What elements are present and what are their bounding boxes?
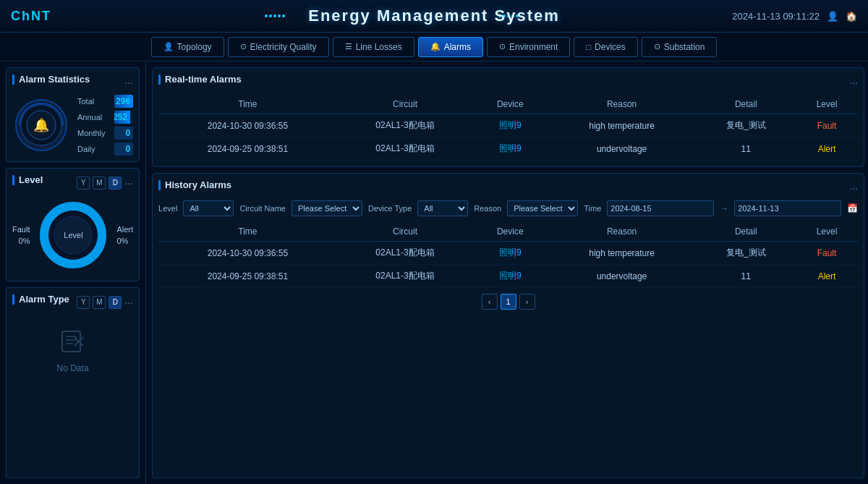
level-donut: Level bbox=[37, 199, 109, 271]
nav-label-devices: Devices bbox=[595, 42, 626, 52]
filter-time-from[interactable] bbox=[607, 200, 714, 216]
filter-level-select[interactable]: All bbox=[183, 200, 234, 216]
history-table-header-row: Time Circuit Device Reason Detail Level bbox=[158, 222, 858, 242]
daily-bar: 0 bbox=[114, 143, 133, 156]
col-time-rt: Time bbox=[158, 95, 337, 114]
page-next-btn[interactable]: › bbox=[519, 294, 535, 310]
level-content: Fault 0% Level Alert bbox=[12, 195, 133, 275]
filter-circuit-select[interactable]: Please Select bbox=[292, 200, 362, 216]
main-content: Alarm Statistics ··· 🔔 bbox=[0, 61, 868, 484]
logo: ChNT bbox=[11, 9, 51, 24]
rt-row2-circuit: 02AL1-3配电箱 bbox=[337, 137, 474, 161]
nav-label-alarms: Alarms bbox=[444, 42, 471, 52]
fault-pct: 0% bbox=[19, 237, 30, 245]
hist-row2-detail: 11 bbox=[697, 265, 796, 288]
filter-device-label: Device Type bbox=[368, 204, 412, 213]
filter-time-to[interactable] bbox=[734, 200, 841, 216]
left-panel: Alarm Statistics ··· 🔔 bbox=[0, 61, 146, 484]
realtime-alarms-title: Real-time Alarms bbox=[158, 74, 242, 85]
history-more[interactable]: ··· bbox=[850, 182, 859, 194]
filter-time-label: Time bbox=[584, 204, 601, 213]
hist-row1-circuit: 02AL1-3配电箱 bbox=[337, 242, 474, 265]
alarm-type-controls: Y M D ··· bbox=[77, 296, 133, 309]
col-device-hist: Device bbox=[473, 222, 547, 242]
rt-row2-detail: 11 bbox=[697, 137, 796, 161]
alarm-type-header: Alarm Type Y M D ··· bbox=[12, 294, 133, 310]
alarm-type-period-y[interactable]: Y bbox=[77, 296, 90, 309]
filter-level-label: Level bbox=[158, 204, 177, 213]
alarms-icon: 🔔 bbox=[430, 42, 441, 51]
alarm-type-period-m[interactable]: M bbox=[93, 296, 106, 309]
daily-stat-row: Daily 0 bbox=[77, 143, 133, 156]
realtime-alarms-header: Real-time Alarms ··· bbox=[158, 74, 858, 90]
filter-reason-label: Reason bbox=[474, 204, 501, 213]
alarm-statistics-more[interactable]: ··· bbox=[124, 77, 133, 88]
level-controls: Y M D ··· bbox=[77, 177, 133, 190]
col-level-hist: Level bbox=[796, 222, 859, 242]
hist-row1-level: Fault bbox=[796, 242, 859, 265]
monthly-stat-row: Monthly 0 bbox=[77, 127, 133, 140]
hist-row1-device[interactable]: 照明9 bbox=[473, 242, 547, 265]
nav-item-environment[interactable]: ⊙ Environment bbox=[487, 37, 570, 57]
pagination: ‹ 1 › bbox=[158, 294, 858, 310]
level-period-m[interactable]: M bbox=[93, 177, 106, 190]
total-label: Total bbox=[77, 97, 110, 106]
level-period-d[interactable]: D bbox=[109, 177, 122, 190]
realtime-table-header-row: Time Circuit Device Reason Detail Level bbox=[158, 95, 858, 114]
page-1-btn[interactable]: 1 bbox=[501, 294, 516, 310]
nav-item-topology[interactable]: 👤 Topology bbox=[151, 37, 224, 57]
col-reason-rt: Reason bbox=[547, 95, 697, 114]
history-alarms-section: History Alarms ··· Level All Circuit Nam… bbox=[152, 173, 864, 478]
nav-item-line-losses[interactable]: ☰ Line Losses bbox=[333, 37, 414, 57]
hist-row2-level: Alert bbox=[796, 265, 859, 288]
nav-label-electricity: Electricity Quality bbox=[250, 42, 317, 52]
alarm-statistics-title: Alarm Statistics bbox=[12, 74, 90, 85]
nav-item-electricity-quality[interactable]: ⊙ Electricity Quality bbox=[228, 37, 329, 57]
filter-reason-select[interactable]: Please Select bbox=[507, 200, 578, 216]
page-prev-btn[interactable]: ‹ bbox=[482, 294, 498, 310]
alarm-type-title: Alarm Type bbox=[12, 294, 69, 305]
rt-row1-time: 2024-10-30 09:36:55 bbox=[158, 114, 337, 137]
level-more[interactable]: ··· bbox=[124, 177, 133, 189]
total-stat-row: Total 296 bbox=[77, 95, 133, 108]
devices-icon: □ bbox=[586, 43, 591, 51]
svg-rect-9 bbox=[62, 331, 80, 352]
rt-row1-device[interactable]: 照明9 bbox=[473, 114, 547, 137]
alarm-statistics-header: Alarm Statistics ··· bbox=[12, 74, 133, 90]
header: ChNT Energy Management System 2024-11-13… bbox=[0, 0, 868, 33]
svg-text:🔔: 🔔 bbox=[33, 117, 50, 133]
nav-label-topology: Topology bbox=[177, 42, 212, 52]
alarm-type-period-d[interactable]: D bbox=[109, 296, 122, 309]
nav-item-substation[interactable]: ⊙ Substation bbox=[642, 37, 718, 57]
navigation: 👤 Topology ⊙ Electricity Quality ☰ Line … bbox=[0, 33, 868, 61]
filter-row: Level All Circuit Name Please Select Dev… bbox=[158, 200, 858, 216]
rt-row1-level: Fault bbox=[796, 114, 859, 137]
col-device-rt: Device bbox=[473, 95, 547, 114]
realtime-more[interactable]: ··· bbox=[850, 77, 859, 88]
alarm-type-section: Alarm Type Y M D ··· bbox=[6, 287, 140, 478]
annual-label: Annual bbox=[77, 113, 110, 122]
home-icon[interactable]: 🏠 bbox=[846, 11, 857, 22]
filter-circuit-label: Circuit Name bbox=[239, 204, 286, 213]
rt-row1-reason: high temperature bbox=[547, 114, 697, 137]
filter-device-select[interactable]: All bbox=[417, 200, 468, 216]
line-losses-icon: ☰ bbox=[345, 42, 352, 51]
hist-row2-device[interactable]: 照明9 bbox=[473, 265, 547, 288]
nav-item-alarms[interactable]: 🔔 Alarms bbox=[418, 37, 483, 57]
substation-icon: ⊙ bbox=[654, 42, 660, 51]
rt-row2-device[interactable]: 照明9 bbox=[473, 137, 547, 161]
col-time-hist: Time bbox=[158, 222, 337, 242]
user-icon[interactable]: 👤 bbox=[827, 11, 838, 22]
header-title: Energy Management System bbox=[308, 7, 560, 25]
level-header: Level Y M D ··· bbox=[12, 174, 133, 191]
rt-row1-detail: 复电_测试 bbox=[697, 114, 796, 137]
level-title: Level bbox=[12, 174, 43, 185]
filter-time-arrow: → bbox=[720, 203, 728, 213]
alarm-type-no-data: No Data bbox=[12, 315, 133, 384]
nav-item-devices[interactable]: □ Devices bbox=[574, 37, 637, 57]
calendar-icon[interactable]: 📅 bbox=[847, 203, 858, 213]
level-period-y[interactable]: Y bbox=[77, 177, 90, 190]
rt-row1-circuit: 02AL1-3配电箱 bbox=[337, 114, 474, 137]
alarm-type-more[interactable]: ··· bbox=[124, 297, 133, 308]
col-reason-hist: Reason bbox=[547, 222, 697, 242]
